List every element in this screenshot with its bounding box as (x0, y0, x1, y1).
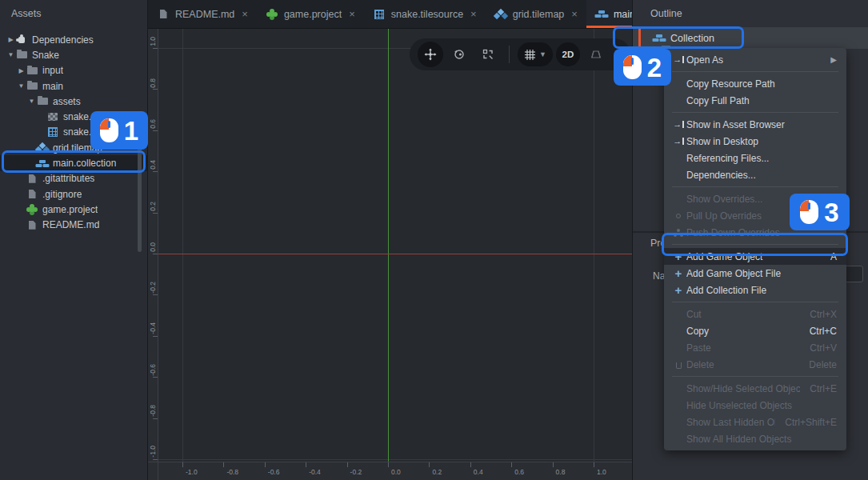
tree-item-main-collection[interactable]: main.collection (0, 155, 147, 170)
menu-item-label: Add Collection File (686, 285, 837, 296)
menu-item-copy-resource-path[interactable]: Copy Resource Path (664, 75, 846, 92)
scene-canvas[interactable] (158, 29, 632, 462)
tab-game-project[interactable]: game.project× (257, 0, 364, 28)
tree-item-game-project[interactable]: game.project (0, 202, 147, 217)
menu-item-dependencies[interactable]: Dependencies... (664, 166, 846, 183)
tree-item-main[interactable]: ▼main (0, 78, 147, 94)
selection-indicator (638, 27, 641, 49)
ruler-tick-label: -0.6 (268, 468, 280, 476)
ruler-tick-label: -0.4 (309, 468, 321, 476)
dependencies-icon (15, 34, 28, 46)
grid-settings-button[interactable]: ▼ (518, 42, 553, 66)
menu-item-copy-full-path[interactable]: Copy Full Path (664, 92, 846, 109)
ruler-tick-label: -0.8 (149, 405, 157, 417)
ruler-tick-label: 0.2 (432, 468, 442, 476)
perspective-camera-button[interactable] (583, 42, 609, 67)
ruler-tick-label: 0.4 (149, 160, 157, 170)
menu-item-copy[interactable]: CopyCtrl+C (664, 322, 846, 339)
arrow-expanded-icon[interactable]: ▼ (17, 82, 26, 90)
menu-separator (672, 302, 838, 302)
menu-item-referencing-files[interactable]: Referencing Files... (664, 150, 846, 166)
tab-snake-tilesource[interactable]: snake.tilesource× (364, 0, 486, 28)
tilesource-icon (373, 9, 386, 20)
tree-item-readme-md[interactable]: README.md (0, 218, 147, 233)
ruler-tick (223, 462, 224, 467)
arrow-expanded-icon[interactable]: ▼ (27, 98, 36, 105)
tab-main-collection[interactable]: main.collection× (586, 0, 632, 28)
move-tool-button[interactable] (418, 42, 443, 67)
ruler-tick-label: 1.0 (149, 37, 157, 46)
tree-item-label: main.collection (53, 158, 116, 169)
scene-toolbar: ▼ 2D (410, 38, 630, 70)
tree-item-input[interactable]: ▶input (0, 63, 147, 78)
assets-panel-title: Assets (0, 0, 147, 27)
tab-close-icon[interactable]: × (571, 8, 578, 20)
grid-dropdown-caret[interactable]: ▼ (539, 50, 546, 58)
arrow-collapsed-icon[interactable]: ▶ (6, 36, 15, 43)
step-badge-1: 1 (90, 111, 148, 150)
toolbar-separator (509, 46, 510, 63)
tree-item-label: .gitattributes (42, 173, 94, 184)
menu-separator (672, 71, 838, 72)
folder-icon (36, 96, 49, 107)
menu-item-show-in-desktop[interactable]: Show in Desktop (664, 133, 846, 150)
tab-label: snake.tilesource (391, 9, 463, 20)
arrow-collapsed-icon[interactable]: ▶ (17, 67, 26, 74)
tree-item-assets[interactable]: ▼assets (0, 94, 147, 109)
ruler-tick (153, 294, 158, 295)
ruler-tick (429, 462, 430, 467)
tilemap-icon (36, 142, 49, 154)
scene-viewport[interactable]: 1.00.80.60.40.20.0-0.2-0.4-0.6-0.8-1.0 -… (148, 29, 632, 480)
tree-item-label: Snake (32, 50, 59, 61)
folder-icon (15, 50, 28, 61)
vertical-ruler: 1.00.80.60.40.20.0-0.2-0.4-0.6-0.8-1.0 (148, 29, 158, 462)
arrow-expanded-icon[interactable]: ▼ (6, 51, 15, 58)
tab-readme-md[interactable]: README.md× (148, 0, 257, 28)
assets-panel: Assets ▶Dependencies▼Snake▶input▼main▼as… (0, 0, 148, 480)
tilesource-icon (46, 126, 59, 138)
tree-item-gitattributes[interactable]: .gitattributes (0, 171, 147, 186)
mouse-click-icon (800, 200, 818, 224)
mouse-click-icon (100, 118, 118, 142)
menu-item-shortcut: Ctrl+C (810, 326, 837, 337)
mode-2d-button[interactable]: 2D (556, 42, 580, 66)
menu-item-add-collection-file[interactable]: Add Collection File (664, 282, 846, 298)
file-icon (26, 219, 38, 230)
ruler-tick-label: 0.0 (391, 468, 401, 476)
menu-item-label: Cut (686, 309, 800, 320)
ruler-tick (153, 48, 158, 49)
outline-item-label: Collection (670, 33, 714, 44)
tree-item-label: .gitignore (42, 189, 82, 200)
tab-close-icon[interactable]: × (242, 8, 248, 20)
tree-item-dependencies[interactable]: ▶Dependencies (0, 32, 147, 47)
scale-tool-button[interactable] (475, 42, 501, 67)
rotate-tool-button[interactable] (446, 42, 472, 67)
menu-item-label: Dependencies... (686, 170, 837, 181)
menu-separator (672, 186, 838, 187)
jump-icon (670, 120, 686, 129)
menu-item-paste: PasteCtrl+V (664, 339, 846, 356)
grid-line (182, 29, 183, 462)
image-icon (46, 111, 59, 122)
tab-grid-tilemap[interactable]: grid.tilemap× (486, 0, 586, 28)
jump-icon (670, 137, 686, 146)
ruler-tick-label: -0.2 (149, 282, 157, 294)
tree-item-snake[interactable]: ▼Snake (0, 47, 147, 62)
tab-close-icon[interactable]: × (470, 8, 477, 20)
ruler-tick (265, 462, 266, 467)
ruler-tick (553, 462, 554, 467)
tree-item-label: game.project (42, 204, 98, 215)
step-badge-3: 3 (790, 194, 850, 230)
menu-item-label: Show/Hide Selected Objects (686, 383, 800, 394)
tree-item-gitignore[interactable]: .gitignore (0, 186, 147, 202)
outline-context-menu: Open As▶Copy Resource PathCopy Full Path… (664, 48, 846, 450)
menu-item-shortcut: Ctrl+Shift+E (785, 417, 837, 428)
menu-item-show-in-asset-browser[interactable]: Show in Asset Browser (664, 116, 846, 133)
tab-close-icon[interactable]: × (349, 8, 355, 20)
menu-item-open-as[interactable]: Open As▶ (664, 51, 846, 68)
menu-item-add-game-object-file[interactable]: Add Game Object File (664, 265, 846, 282)
menu-item-add-game-object[interactable]: Add Game ObjectA (664, 248, 846, 265)
ruler-tick-label: 0.6 (149, 119, 157, 129)
ruler-tick-label: -1.0 (186, 468, 198, 476)
ruler-tick-label: -0.8 (226, 468, 238, 476)
